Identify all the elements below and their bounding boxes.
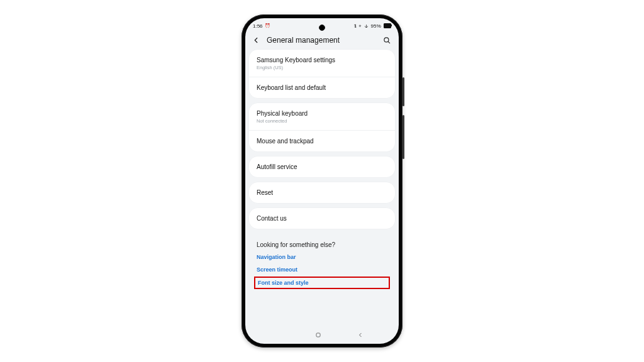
settings-content: Samsung Keyboard settings English (US) K… (245, 50, 399, 293)
row-title: Autofill service (257, 163, 387, 171)
page-header: General management (245, 32, 399, 50)
row-title: Physical keyboard (257, 109, 387, 118)
alarm-icon: ⏰ (265, 23, 270, 28)
row-title: Contact us (257, 214, 387, 222)
row-title: Mouse and trackpad (257, 137, 387, 145)
row-keyboard-list[interactable]: Keyboard list and default (249, 77, 395, 98)
status-time: 1:56 (253, 23, 263, 29)
nav-back-icon[interactable] (357, 331, 364, 339)
suggestions-section: Looking for something else? Navigation b… (249, 234, 395, 293)
nav-home-icon[interactable] (314, 331, 322, 339)
row-contact-us[interactable]: Contact us (249, 208, 395, 229)
group-keyboard: Samsung Keyboard settings English (US) K… (249, 50, 395, 98)
phone-screen: 1:56 ⏰ ⇅ ᯤ ⫝ 95% General management (245, 18, 399, 344)
group-input-devices: Physical keyboard Not connected Mouse an… (249, 103, 395, 151)
suggestions-heading: Looking for something else? (257, 236, 387, 251)
row-mouse-trackpad[interactable]: Mouse and trackpad (249, 131, 395, 151)
search-icon[interactable] (382, 36, 391, 45)
row-title: Keyboard list and default (257, 84, 387, 92)
row-sub: English (US) (257, 65, 387, 70)
group-contact: Contact us (249, 208, 395, 229)
row-title: Samsung Keyboard settings (257, 56, 387, 64)
group-autofill: Autofill service (249, 156, 395, 177)
svg-line-1 (388, 41, 390, 43)
page-title: General management (267, 36, 376, 45)
battery-percent: 95% (370, 23, 381, 29)
row-physical-keyboard[interactable]: Physical keyboard Not connected (249, 103, 395, 131)
row-sub: Not connected (257, 118, 387, 124)
link-screen-timeout[interactable]: Screen timeout (257, 263, 387, 276)
row-title: Reset (257, 189, 387, 197)
stage: 1:56 ⏰ ⇅ ᯤ ⫝ 95% General management (0, 0, 644, 362)
link-navigation-bar[interactable]: Navigation bar (257, 251, 387, 263)
back-icon[interactable] (252, 36, 260, 45)
row-samsung-keyboard[interactable]: Samsung Keyboard settings English (US) (249, 50, 395, 77)
network-icons: ⇅ ᯤ ⫝ (354, 24, 369, 28)
row-reset[interactable]: Reset (249, 182, 395, 203)
android-nav-bar (245, 326, 399, 344)
camera-cutout (319, 25, 325, 31)
battery-icon (384, 23, 391, 28)
group-reset: Reset (249, 182, 395, 203)
row-autofill-service[interactable]: Autofill service (249, 156, 395, 177)
svg-rect-2 (316, 333, 320, 337)
phone-frame: 1:56 ⏰ ⇅ ᯤ ⫝ 95% General management (242, 14, 402, 348)
link-font-size-style[interactable]: Font size and style (254, 277, 390, 289)
